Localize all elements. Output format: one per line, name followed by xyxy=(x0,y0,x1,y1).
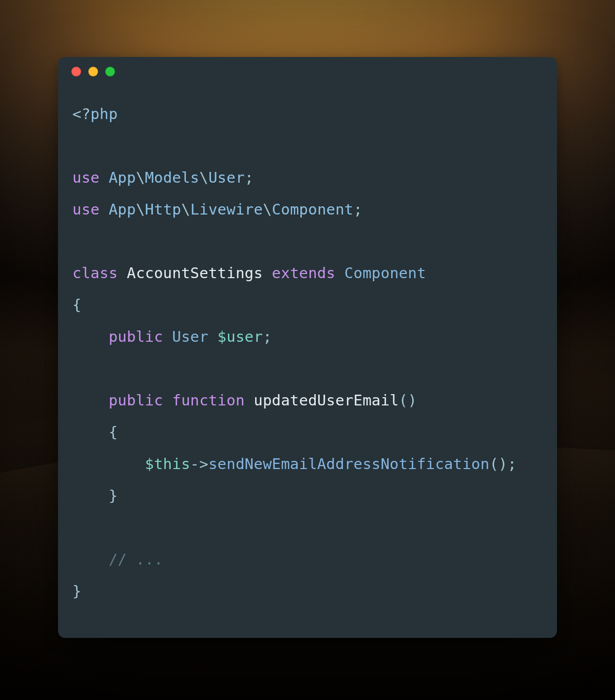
code-token: $this xyxy=(145,455,190,473)
titlebar xyxy=(58,57,557,86)
code-token: updatedUserEmail xyxy=(254,392,399,409)
code-token: class xyxy=(72,264,118,282)
code-token xyxy=(208,328,218,345)
code-token: } xyxy=(72,582,82,600)
code-token: $user xyxy=(218,328,263,345)
code-token: sendNewEmailAddressNotification xyxy=(208,455,489,473)
code-token xyxy=(100,201,109,218)
code-token xyxy=(72,423,109,441)
code-token: App xyxy=(109,201,136,218)
code-token: extends xyxy=(272,264,336,282)
code-token xyxy=(72,455,145,473)
code-token: php xyxy=(90,105,118,123)
code-token xyxy=(72,328,109,345)
code-token: ; xyxy=(354,201,363,218)
code-token: Http xyxy=(145,201,181,218)
code-window: <?php use App\Models\User; use App\Http\… xyxy=(58,57,557,638)
code-token: use xyxy=(72,169,100,186)
code-token: public xyxy=(109,328,163,345)
code-token: ; xyxy=(245,169,254,186)
code-token xyxy=(335,264,344,282)
code-token: AccountSettings xyxy=(127,264,263,282)
code-token xyxy=(72,392,109,409)
code-token: <? xyxy=(72,105,90,123)
code-token: -> xyxy=(190,455,208,473)
code-token: \ xyxy=(136,201,145,218)
code-token xyxy=(72,551,109,568)
code-token: User xyxy=(172,328,208,345)
code-token: User xyxy=(208,169,245,186)
code-token: } xyxy=(109,487,118,504)
code-token: Component xyxy=(272,201,354,218)
code-block[interactable]: <?php use App\Models\User; use App\Http\… xyxy=(58,86,557,621)
code-token: use xyxy=(72,201,100,218)
minimize-icon[interactable] xyxy=(88,67,98,76)
code-token: // ... xyxy=(109,551,163,568)
code-token: public xyxy=(109,392,163,409)
code-token xyxy=(100,169,109,186)
code-token: Component xyxy=(344,264,426,282)
code-token xyxy=(163,328,172,345)
code-token: function xyxy=(172,392,244,409)
code-token: { xyxy=(109,423,118,441)
code-token: { xyxy=(72,296,82,314)
code-token: () xyxy=(399,392,417,409)
code-token: \ xyxy=(181,201,190,218)
code-token xyxy=(163,392,172,409)
code-token: Models xyxy=(145,169,199,186)
maximize-icon[interactable] xyxy=(105,67,115,76)
code-token xyxy=(245,392,254,409)
code-token: \ xyxy=(199,169,208,186)
code-token: ; xyxy=(263,328,272,345)
code-token xyxy=(72,487,109,504)
code-token: App xyxy=(109,169,136,186)
code-token: \ xyxy=(136,169,145,186)
code-token: (); xyxy=(489,455,516,473)
code-token xyxy=(118,264,127,282)
code-token: \ xyxy=(263,201,272,218)
close-icon[interactable] xyxy=(71,67,81,76)
code-token: Livewire xyxy=(190,201,263,218)
code-token xyxy=(263,264,272,282)
